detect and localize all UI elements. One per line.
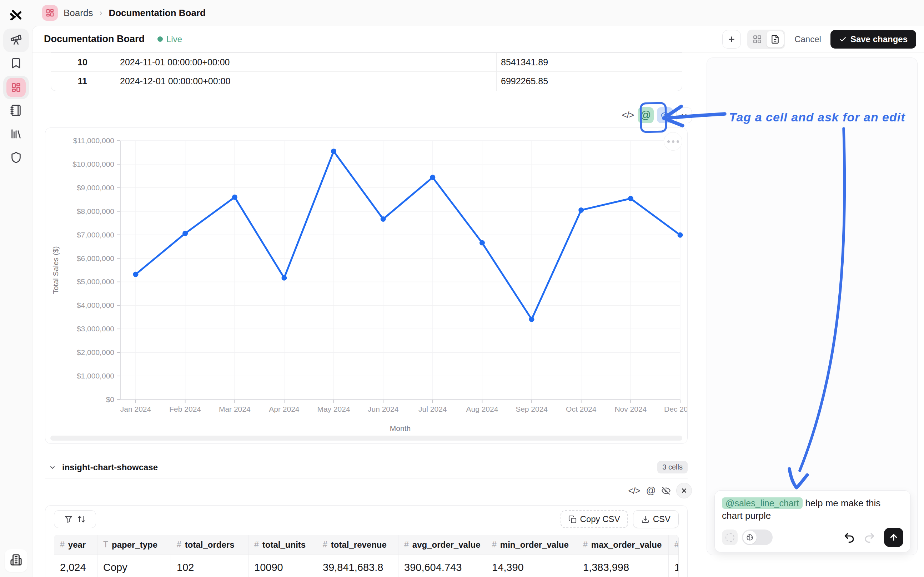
column-type-icon: # [254, 540, 259, 550]
svg-text:$7,000,000: $7,000,000 [77, 230, 114, 239]
sidebar-item-boards[interactable] [3, 76, 29, 99]
send-button[interactable] [884, 528, 903, 547]
row-index-cell: 11 [51, 72, 114, 91]
column-header[interactable]: #total_revenue [317, 535, 398, 554]
svg-text:$5,000,000: $5,000,000 [77, 277, 114, 286]
grid-view-button[interactable] [749, 31, 766, 47]
date-cell[interactable]: 2024-12-01 00:00:00+00:00 [114, 76, 496, 86]
svg-text:Feb 2024: Feb 2024 [169, 405, 201, 413]
filter-sort-button[interactable] [54, 510, 96, 528]
mention-button[interactable]: @ [637, 107, 654, 123]
table-cell[interactable]: 10 [669, 554, 679, 577]
sidebar [0, 0, 32, 577]
svg-text:$2,000,000: $2,000,000 [77, 348, 114, 356]
brain-icon [743, 530, 757, 544]
svg-text:Jul 2024: Jul 2024 [419, 405, 447, 413]
column-header[interactable]: #max_order_value [577, 535, 669, 554]
date-cell[interactable]: 2024-11-01 00:00:00+00:00 [114, 57, 496, 68]
sort-icon [77, 515, 86, 524]
chart-cell-toolbar: </> @ [621, 107, 692, 123]
column-type-icon: # [323, 540, 327, 550]
eye-off-icon[interactable] [661, 486, 671, 496]
chat-input-card: @sales_line_chart help me make this char… [715, 490, 911, 552]
breadcrumb: Boards › Documentation Board [32, 0, 924, 26]
table-cell[interactable]: 14,390 [486, 554, 577, 577]
column-header[interactable]: #total_units [248, 535, 317, 554]
bookmark-icon [10, 57, 22, 71]
section-header[interactable]: insight-chart-showcase 3 cells [45, 456, 687, 479]
svg-text:Jan 2024: Jan 2024 [120, 405, 151, 413]
document-view-button[interactable] [766, 31, 784, 47]
column-type-icon: T [103, 540, 108, 550]
boards-breadcrumb-icon[interactable] [42, 5, 58, 21]
svg-text:Month: Month [390, 424, 410, 432]
chat-input[interactable]: @sales_line_chart help me make this char… [722, 497, 903, 523]
sidebar-item-organization[interactable] [5, 549, 27, 572]
library-icon [10, 128, 22, 142]
table-cell[interactable]: 390,604.743 [398, 554, 486, 577]
column-header[interactable]: # [669, 535, 679, 554]
table-row[interactable]: 102024-11-01 00:00:00+00:008541341.89 [51, 53, 682, 72]
add-cell-button[interactable] [722, 30, 741, 48]
eye-icon [660, 111, 670, 120]
sales-line-chart[interactable]: Jan 2024Feb 2024Mar 2024Apr 2024May 2024… [45, 128, 687, 443]
value-cell[interactable]: 6992265.85 [496, 72, 682, 91]
svg-text:Nov 2024: Nov 2024 [615, 405, 647, 413]
close-cell-button[interactable] [676, 483, 692, 498]
cells-count-badge: 3 cells [657, 461, 687, 474]
svg-text:$9,000,000: $9,000,000 [77, 184, 114, 192]
table-cell[interactable]: 2,024 [54, 554, 97, 577]
column-header[interactable]: Tpaper_type [97, 535, 171, 554]
svg-text:Dec 2024: Dec 2024 [664, 405, 687, 413]
insight-result-card: Copy CSV CSV #yearTpaper_type#total_orde… [45, 505, 687, 577]
app-logo-icon[interactable] [8, 8, 24, 23]
cancel-button[interactable]: Cancel [792, 34, 824, 44]
query-result-table: 102024-11-01 00:00:00+00:008541341.89112… [51, 53, 682, 91]
breadcrumb-boards[interactable]: Boards [64, 8, 93, 19]
column-header[interactable]: #total_orders [171, 535, 248, 554]
sidebar-item-notebooks[interactable] [3, 99, 29, 123]
copy-csv-button[interactable]: Copy CSV [560, 510, 628, 528]
code-icon[interactable]: </> [627, 485, 641, 496]
column-type-icon: # [674, 540, 679, 550]
chat-panel: @sales_line_chart help me make this char… [707, 58, 918, 555]
horizontal-scrollbar[interactable] [50, 435, 682, 441]
chevron-right-icon: › [99, 8, 102, 18]
column-type-icon: # [492, 540, 497, 550]
sidebar-item-library[interactable] [3, 123, 29, 147]
save-changes-button[interactable]: Save changes [831, 30, 916, 48]
table-cell[interactable]: 1,383,998 [577, 554, 669, 577]
value-cell[interactable]: 8541341.89 [496, 53, 682, 71]
svg-text:Aug 2024: Aug 2024 [466, 405, 498, 413]
visibility-button[interactable] [657, 107, 673, 123]
plus-icon [727, 35, 736, 44]
cell-tag[interactable]: @sales_line_chart [722, 497, 803, 509]
insight-cell-toolbar: </> @ [627, 483, 692, 498]
table-cell[interactable]: 10090 [248, 554, 317, 577]
column-header[interactable]: #avg_order_value [398, 535, 486, 554]
table-cell[interactable]: Copy [97, 554, 171, 577]
table-cell[interactable]: 39,841,683.8 [317, 554, 398, 577]
svg-text:$6,000,000: $6,000,000 [77, 254, 114, 263]
svg-text:$0: $0 [106, 395, 114, 403]
reasoning-toggle[interactable] [742, 530, 773, 545]
svg-text:Apr 2024: Apr 2024 [269, 405, 299, 413]
table-cell[interactable]: 102 [171, 554, 248, 577]
sidebar-item-explore[interactable] [3, 29, 29, 52]
sidebar-item-security[interactable] [3, 147, 29, 170]
download-csv-button[interactable]: CSV [633, 510, 679, 528]
chevron-down-icon [680, 111, 688, 119]
collapse-cell-button[interactable] [676, 108, 692, 123]
attach-button[interactable] [722, 530, 737, 545]
table-row[interactable]: 112024-12-01 00:00:00+00:006992265.85 [51, 72, 682, 91]
chart-menu-button[interactable] [664, 132, 682, 151]
redo-button[interactable] [864, 532, 876, 543]
sidebar-item-bookmarks[interactable] [3, 52, 29, 76]
column-name: year [68, 540, 86, 550]
undo-button[interactable] [843, 532, 855, 543]
mention-icon[interactable]: @ [646, 485, 656, 496]
code-icon[interactable]: </> [621, 110, 634, 120]
column-header[interactable]: #min_order_value [486, 535, 577, 554]
column-header[interactable]: #year [54, 535, 97, 554]
chevron-down-icon[interactable] [48, 463, 56, 471]
